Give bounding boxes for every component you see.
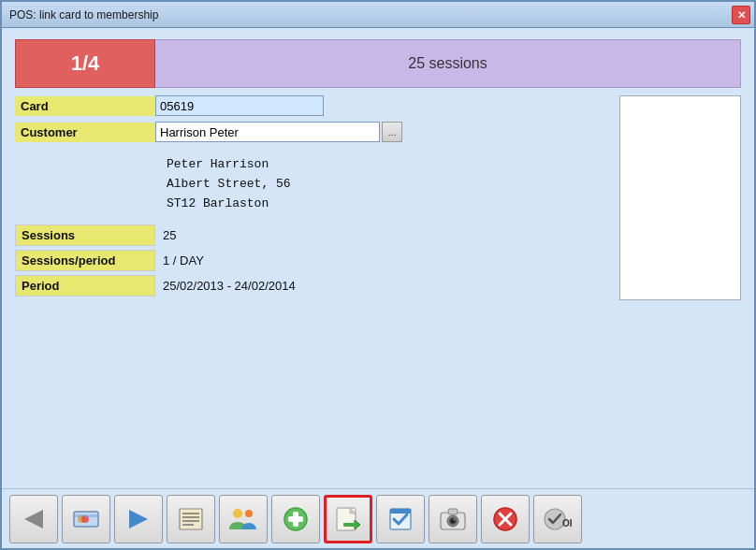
- add-button[interactable]: [271, 495, 320, 543]
- add-icon: [283, 506, 309, 532]
- svg-point-10: [245, 510, 253, 517]
- svg-rect-4: [180, 509, 202, 529]
- export-icon: [334, 505, 362, 533]
- ok-button[interactable]: OK: [533, 495, 582, 543]
- customer-input[interactable]: [155, 122, 380, 142]
- svg-rect-13: [288, 516, 303, 522]
- form-left: Card Customer ... Peter Harrison Albert …: [15, 95, 610, 300]
- svg-rect-17: [343, 523, 356, 527]
- check-icon: [386, 505, 414, 533]
- info-rows: Sessions 25 Sessions/period 1 / DAY Peri…: [15, 224, 610, 297]
- main-window: POS: link card to membership ✕ 1/4 25 se…: [0, 0, 756, 550]
- forward-button[interactable]: [114, 495, 163, 543]
- sessions-row: Sessions 25: [15, 224, 610, 246]
- camera-icon: [439, 506, 467, 532]
- camera-button[interactable]: [429, 495, 477, 543]
- ok-icon: OK: [544, 506, 572, 532]
- card-input[interactable]: [155, 95, 324, 116]
- period-label: Period: [15, 275, 155, 297]
- svg-rect-21: [448, 509, 458, 514]
- title-bar: POS: link card to membership ✕: [2, 2, 754, 28]
- back-icon: [22, 510, 45, 528]
- svg-point-9: [233, 509, 242, 518]
- close-button[interactable]: ✕: [732, 6, 750, 24]
- sessions-period-row: Sessions/period 1 / DAY: [15, 250, 610, 271]
- form-area: Card Customer ... Peter Harrison Albert …: [15, 95, 741, 300]
- customer-label: Customer: [15, 123, 155, 142]
- session-number: 1/4: [15, 39, 155, 88]
- customer-browse-button[interactable]: ...: [382, 122, 402, 142]
- svg-rect-19: [390, 509, 411, 514]
- list-button[interactable]: [167, 495, 215, 543]
- address-line1: Peter Harrison: [167, 155, 610, 175]
- svg-point-25: [454, 518, 456, 520]
- sessions-label: Sessions: [15, 224, 155, 246]
- back-button[interactable]: [9, 495, 58, 543]
- sessions-period-value: 1 / DAY: [155, 251, 211, 270]
- session-label: 25 sessions: [155, 39, 741, 88]
- top-row: 1/4 25 sessions: [15, 39, 741, 88]
- cancel-button[interactable]: [481, 495, 530, 543]
- period-row: Period 25/02/2013 - 24/02/2014: [15, 275, 610, 297]
- people-button[interactable]: [219, 495, 268, 543]
- sessions-value: 25: [155, 225, 183, 245]
- photo-box: [619, 95, 741, 300]
- list-icon: [177, 505, 205, 533]
- sessions-period-label: Sessions/period: [15, 250, 155, 271]
- svg-rect-3: [74, 514, 98, 517]
- export-button[interactable]: [324, 495, 372, 543]
- toolbar: OK: [2, 488, 754, 548]
- period-value: 25/02/2013 - 24/02/2014: [155, 276, 303, 296]
- address-line2: Albert Street, 56: [167, 175, 610, 195]
- customer-row: Customer ...: [15, 122, 610, 142]
- address-line3: ST12 Barlaston: [167, 195, 610, 214]
- check-button[interactable]: [376, 495, 425, 543]
- card-button[interactable]: [62, 495, 110, 543]
- address-block: Peter Harrison Albert Street, 56 ST12 Ba…: [15, 148, 610, 221]
- customer-input-group: ...: [155, 122, 402, 142]
- card-label: Card: [15, 96, 155, 116]
- people-icon: [228, 505, 258, 533]
- card-icon: [72, 505, 100, 533]
- svg-text:OK: OK: [562, 518, 572, 528]
- forward-icon: [127, 510, 150, 528]
- content-area: 1/4 25 sessions Card Customer ...: [2, 28, 754, 488]
- cancel-icon: [492, 506, 518, 532]
- window-title: POS: link card to membership: [9, 8, 158, 22]
- card-row: Card: [15, 95, 610, 116]
